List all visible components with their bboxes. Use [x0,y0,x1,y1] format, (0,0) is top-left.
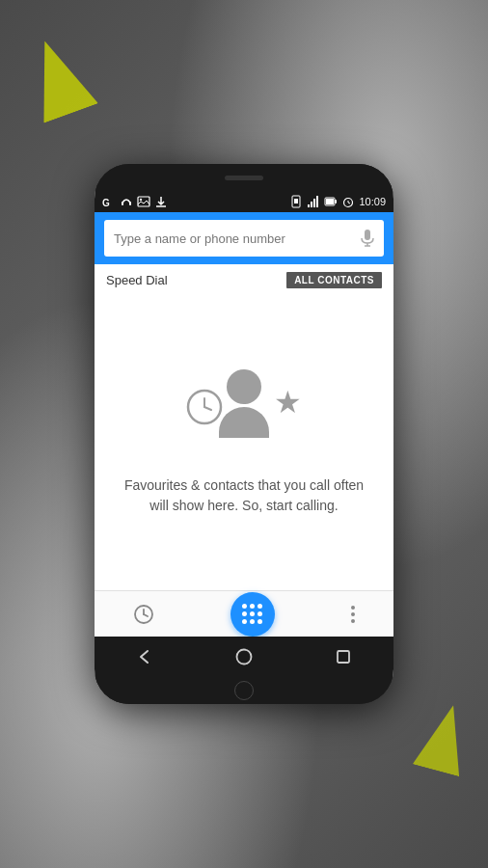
speaker [225,176,263,180]
speed-dial-header: Speed Dial ALL CONTACTS [95,264,393,294]
more-options-button[interactable] [351,605,355,624]
status-left-icons: G [102,195,168,208]
app-content: Speed Dial ALL CONTACTS [95,212,393,637]
svg-rect-29 [338,651,349,663]
search-input[interactable] [114,231,361,246]
status-time: 10:09 [359,196,386,207]
search-input-container[interactable] [104,220,384,257]
svg-rect-16 [365,230,370,240]
headphones-icon [120,195,133,208]
status-right-icons: 10:09 [289,195,386,208]
star-icon: ★ [274,384,302,420]
image-icon [137,195,150,208]
back-button[interactable] [130,642,159,671]
bottom-bezel [95,677,393,704]
speed-dial-label: Speed Dial [106,273,168,287]
svg-point-25 [351,606,355,610]
empty-state-icon-group: ★ [186,369,302,456]
svg-rect-10 [313,199,315,207]
svg-line-21 [204,407,211,410]
status-bar: G [95,191,393,212]
dial-pad-button[interactable] [230,592,275,637]
mic-icon[interactable] [361,230,374,247]
alarm-icon [341,195,355,208]
call-history-button[interactable] [133,604,154,625]
svg-line-24 [144,614,148,616]
empty-state-message: Favourites & contacts that you call ofte… [114,475,374,516]
svg-rect-13 [335,200,337,203]
system-nav-bar [95,637,393,677]
svg-rect-14 [326,199,334,204]
phone-device: G [95,164,393,704]
recents-button[interactable] [329,642,358,671]
empty-state: ★ Favourites & contacts that you call of… [95,294,393,590]
svg-point-26 [351,612,355,616]
person-head [227,369,261,404]
google-plus-icon: G [102,195,116,208]
svg-point-28 [236,650,251,665]
dial-pad-icon [242,604,262,624]
svg-rect-9 [311,202,312,207]
svg-rect-7 [294,199,298,203]
all-contacts-button[interactable]: ALL CONTACTS [286,272,382,288]
home-button[interactable] [230,642,258,671]
person-body [219,407,269,438]
phone-screen: G [95,191,393,677]
person-icon [219,369,269,438]
download-icon [154,195,168,208]
sim-icon [289,195,303,208]
battery-icon [324,195,338,208]
clock-icon [186,389,223,425]
app-bottom-nav [95,590,393,637]
svg-rect-11 [316,196,318,207]
svg-rect-8 [308,204,310,207]
top-bezel [95,164,393,191]
signal-icon [307,195,320,208]
search-bar [95,212,393,264]
home-indicator [234,681,254,700]
svg-text:G: G [102,198,110,208]
svg-point-27 [351,619,355,623]
svg-point-4 [140,199,142,201]
